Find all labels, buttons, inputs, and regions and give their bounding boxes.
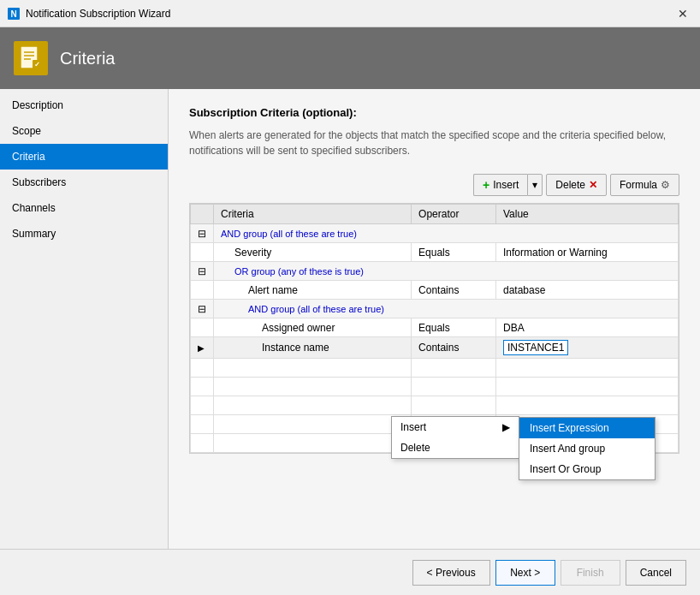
operator-cell: Equals [412,243,496,262]
context-menu-wrapper: Insert ▶ Insert Expression Insert And gr… [391,416,519,459]
table-row[interactable]: ⊟ AND group (all of these are true) [191,224,679,243]
sidebar-item-scope[interactable]: Scope [0,118,168,144]
context-menu: Insert ▶ Insert Expression Insert And gr… [391,416,519,459]
row-arrow-cell [191,243,214,262]
group-label-cell: AND group (all of these are true) [214,224,679,243]
insert-plus-icon: + [483,178,489,192]
submenu: Insert Expression Insert And group Inser… [519,417,656,480]
formula-label: Formula [620,179,657,191]
value-cell: INSTANCE1 [495,337,678,359]
or-group-label: OR group (any of these is true) [234,266,364,277]
header-icon: ✓ [14,41,48,75]
col-criteria: Criteria [214,205,412,224]
row-arrow-cell: ⊟ [191,224,214,243]
wizard-header: ✓ Criteria [0,27,700,89]
criteria-cell: Alert name [214,281,412,300]
table-row-empty [191,396,679,415]
previous-button[interactable]: < Previous [412,560,490,586]
footer: < Previous Next > Finish Cancel [0,549,700,595]
collapse-icon: ⊟ [198,228,206,240]
group-label-cell: OR group (any of these is true) [214,262,679,281]
context-insert-label: Insert [400,421,426,433]
insert-label: Insert [493,179,519,191]
formula-icon: ⚙ [661,179,670,191]
value-cell: database [495,281,678,300]
col-operator: Operator [412,205,496,224]
row-arrow-cell: ⊟ [191,300,214,318]
svg-text:N: N [10,9,16,19]
delete-button[interactable]: Delete ✕ [546,174,607,196]
row-arrow-cell [191,281,214,300]
titlebar: N Notification Subscription Wizard ✕ [0,0,700,27]
context-menu-delete[interactable]: Delete [392,437,519,458]
row-arrow-icon: ▶ [198,343,205,353]
next-button[interactable]: Next > [495,560,555,586]
dropdown-arrow-icon: ▾ [532,179,537,191]
finish-button[interactable]: Finish [561,560,620,586]
table-row[interactable]: Severity Equals Information or Warning [191,243,679,262]
submenu-insert-expression[interactable]: Insert Expression [519,418,655,438]
submenu-insert-and-group[interactable]: Insert And group [519,438,655,459]
and-group-label-1: AND group (all of these are true) [221,229,357,239]
close-button[interactable]: ✕ [673,3,693,24]
criteria-toolbar: + Insert ▾ Delete ✕ Formula ⚙ [189,174,679,196]
titlebar-left: N Notification Subscription Wizard [7,7,170,21]
sidebar-item-summary[interactable]: Summary [0,221,168,247]
section-title: Subscription Criteria (optional): [189,106,679,119]
table-row[interactable]: ▶ Instance name Contains INSTANCE1 [191,337,679,359]
and-group-label-2: AND group (all of these are true) [248,304,384,314]
collapse-icon: ⊟ [198,265,206,277]
sidebar-item-channels[interactable]: Channels [0,195,168,221]
row-arrow-cell: ▶ [191,337,214,359]
page-title: Criteria [60,49,115,68]
cancel-button[interactable]: Cancel [626,560,686,586]
col-arrow [191,205,214,224]
context-insert-arrow: ▶ [502,421,510,433]
content-area: Subscription Criteria (optional): When a… [169,89,700,549]
document-icon: ✓ [17,45,44,72]
operator-cell: Equals [412,318,496,337]
delete-x-icon: ✕ [589,179,597,191]
table-row-empty [191,378,679,396]
insert-button[interactable]: + Insert [473,174,527,196]
insert-dropdown-arrow[interactable]: ▾ [527,174,543,196]
table-row[interactable]: Alert name Contains database [191,281,679,300]
context-menu-insert[interactable]: Insert ▶ Insert Expression Insert And gr… [392,417,519,437]
sidebar-item-criteria[interactable]: Criteria [0,144,168,170]
col-value: Value [495,205,678,224]
criteria-cell: Assigned owner [214,318,412,337]
table-row[interactable]: Assigned owner Equals DBA [191,318,679,337]
app-icon: N [7,7,21,21]
value-cell: DBA [495,318,678,337]
table-row[interactable]: ⊟ OR group (any of these is true) [191,262,679,281]
context-delete-label: Delete [400,442,430,454]
table-row-empty [191,359,679,378]
criteria-cell: Severity [214,243,412,262]
description-text: When alerts are generated for the object… [189,128,679,158]
collapse-icon: ⊟ [198,303,206,315]
row-arrow-cell [191,318,214,337]
operator-cell: Contains [412,281,496,300]
value-cell: Information or Warning [495,243,678,262]
sidebar-item-subscribers[interactable]: Subscribers [0,170,168,195]
titlebar-title: Notification Subscription Wizard [26,8,170,20]
criteria-cell: Instance name [214,337,412,359]
operator-cell: Contains [412,337,496,359]
sidebar-item-description[interactable]: Description [0,92,168,118]
formula-button[interactable]: Formula ⚙ [610,174,679,196]
submenu-insert-or-group[interactable]: Insert Or Group [519,459,655,479]
table-row[interactable]: ⊟ AND group (all of these are true) [191,300,679,318]
sidebar: Description Scope Criteria Subscribers C… [0,89,169,549]
svg-text:✓: ✓ [34,61,40,68]
group-label-cell: AND group (all of these are true) [214,300,679,318]
main-area: Description Scope Criteria Subscribers C… [0,89,700,549]
row-arrow-cell: ⊟ [191,262,214,281]
delete-label: Delete [555,179,585,191]
